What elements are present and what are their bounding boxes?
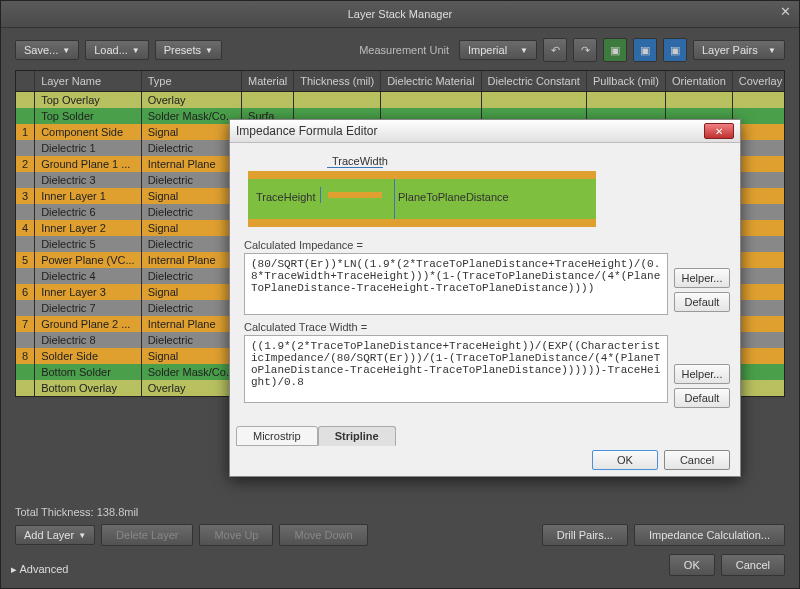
move-down-button[interactable]: Move Down (279, 524, 367, 546)
column-header[interactable]: Layer Name (35, 71, 142, 92)
impedance-formula-input[interactable]: (80/SQRT(Er))*LN((1.9*(2*TraceToPlaneDis… (244, 253, 668, 315)
calculated-impedance-label: Calculated Impedance = (244, 239, 726, 251)
table-cell[interactable]: Solder Mask/Co... (141, 108, 241, 124)
table-cell[interactable]: Top Overlay (35, 92, 142, 109)
tracewidth-formula-input[interactable]: ((1.9*(2*TraceToPlaneDistance+TraceHeigh… (244, 335, 668, 403)
tracewidth-label: TraceWidth (332, 155, 388, 167)
table-cell[interactable]: Power Plane (VC... (35, 252, 142, 268)
table-cell[interactable]: Dielectric (141, 268, 241, 284)
column-header[interactable]: Pullback (mil) (586, 71, 665, 92)
table-cell[interactable]: Overlay (141, 380, 241, 396)
close-button[interactable]: ✕ (777, 4, 793, 20)
table-cell[interactable]: Solder Side (35, 348, 142, 364)
column-header[interactable]: Thickness (mil) (294, 71, 381, 92)
top-toolbar: Save...▼ Load...▼ Presets▼ Measurement U… (1, 28, 799, 68)
add-layer-button[interactable]: Add Layer▼ (15, 525, 95, 545)
table-cell[interactable]: Dielectric 3 (35, 172, 142, 188)
cancel-button[interactable]: Cancel (721, 554, 785, 576)
column-header[interactable]: Type (141, 71, 241, 92)
table-cell[interactable]: Dielectric (141, 236, 241, 252)
table-cell[interactable]: Dielectric 7 (35, 300, 142, 316)
default-button-2[interactable]: Default (674, 388, 730, 408)
table-cell (16, 364, 35, 380)
table-cell[interactable]: Signal (141, 124, 241, 140)
column-header[interactable]: Coverlay Expansion (732, 71, 785, 92)
move-up-button[interactable]: Move Up (199, 524, 273, 546)
table-cell[interactable]: Dielectric 1 (35, 140, 142, 156)
table-cell[interactable]: Ground Plane 1 ... (35, 156, 142, 172)
table-cell[interactable]: Internal Plane (141, 156, 241, 172)
table-cell[interactable]: Dielectric 8 (35, 332, 142, 348)
ok-button[interactable]: OK (669, 554, 715, 576)
default-button-1[interactable]: Default (674, 292, 730, 312)
table-cell[interactable]: Component Side (35, 124, 142, 140)
table-cell[interactable]: Signal (141, 348, 241, 364)
table-cell[interactable] (381, 92, 481, 109)
table-cell[interactable] (586, 92, 665, 109)
table-cell[interactable]: Dielectric (141, 140, 241, 156)
column-header[interactable]: Material (242, 71, 294, 92)
redo-button[interactable]: ↷ (573, 38, 597, 62)
table-cell[interactable]: Signal (141, 284, 241, 300)
table-cell[interactable]: Dielectric (141, 332, 241, 348)
table-cell[interactable]: Dielectric (141, 172, 241, 188)
undo-button[interactable]: ↶ (543, 38, 567, 62)
table-cell[interactable]: Inner Layer 1 (35, 188, 142, 204)
table-cell[interactable] (242, 92, 294, 109)
modal-ok-button[interactable]: OK (592, 450, 658, 470)
delete-layer-button[interactable]: Delete Layer (101, 524, 193, 546)
toolbar-icon-2[interactable]: ▣ (633, 38, 657, 62)
table-cell[interactable]: Signal (141, 188, 241, 204)
advanced-toggle[interactable]: ▸ Advanced (11, 563, 68, 576)
toolbar-icon-3[interactable]: ▣ (663, 38, 687, 62)
table-cell[interactable]: Dielectric (141, 300, 241, 316)
table-cell[interactable]: Internal Plane (141, 316, 241, 332)
table-cell[interactable]: Top Solder (35, 108, 142, 124)
table-cell: 8 (16, 348, 35, 364)
load-button[interactable]: Load...▼ (85, 40, 149, 60)
modal-cancel-button[interactable]: Cancel (664, 450, 730, 470)
measurement-unit-select[interactable]: Imperial▼ (459, 40, 537, 60)
modal-close-button[interactable]: ✕ (704, 123, 734, 139)
presets-button[interactable]: Presets▼ (155, 40, 222, 60)
layer-pairs-select[interactable]: Layer Pairs▼ (693, 40, 785, 60)
table-cell[interactable]: Internal Plane (141, 252, 241, 268)
table-cell[interactable]: Dielectric 4 (35, 268, 142, 284)
column-header[interactable]: Dielectric Material (381, 71, 481, 92)
table-row[interactable]: Top OverlayOverlay (16, 92, 785, 109)
helper-button-2[interactable]: Helper... (674, 364, 730, 384)
table-cell[interactable]: Bottom Overlay (35, 380, 142, 396)
table-cell[interactable]: Overlay (141, 92, 241, 109)
table-cell[interactable]: Signal (141, 220, 241, 236)
chevron-down-icon: ▼ (132, 46, 140, 55)
table-cell[interactable]: Inner Layer 2 (35, 220, 142, 236)
table-cell[interactable] (481, 92, 586, 109)
drill-pairs-button[interactable]: Drill Pairs... (542, 524, 628, 546)
table-cell[interactable]: Ground Plane 2 ... (35, 316, 142, 332)
helper-button-1[interactable]: Helper... (674, 268, 730, 288)
table-cell[interactable] (665, 92, 732, 109)
table-cell (16, 380, 35, 396)
table-cell[interactable] (732, 92, 785, 109)
column-header[interactable]: Dielectric Constant (481, 71, 586, 92)
table-cell[interactable]: Dielectric (141, 204, 241, 220)
table-cell[interactable] (294, 92, 381, 109)
table-cell[interactable]: Solder Mask/Co... (141, 364, 241, 380)
table-cell[interactable]: Dielectric 5 (35, 236, 142, 252)
tab-stripline[interactable]: Stripline (318, 426, 396, 446)
table-cell[interactable]: Bottom Solder (35, 364, 142, 380)
column-header[interactable] (16, 71, 35, 92)
measurement-unit-label: Measurement Unit (359, 44, 449, 56)
impedance-calculation-button[interactable]: Impedance Calculation... (634, 524, 785, 546)
table-cell (16, 108, 35, 124)
table-cell[interactable]: Inner Layer 3 (35, 284, 142, 300)
tab-microstrip[interactable]: Microstrip (236, 426, 318, 446)
table-cell[interactable]: Dielectric 6 (35, 204, 142, 220)
stripline-diagram: TraceWidth TraceHeight PlaneToPlaneDista… (248, 159, 596, 231)
column-header[interactable]: Orientation (665, 71, 732, 92)
toolbar-icon-1[interactable]: ▣ (603, 38, 627, 62)
table-cell (16, 332, 35, 348)
save-button[interactable]: Save...▼ (15, 40, 79, 60)
table-cell: 6 (16, 284, 35, 300)
table-cell: 5 (16, 252, 35, 268)
